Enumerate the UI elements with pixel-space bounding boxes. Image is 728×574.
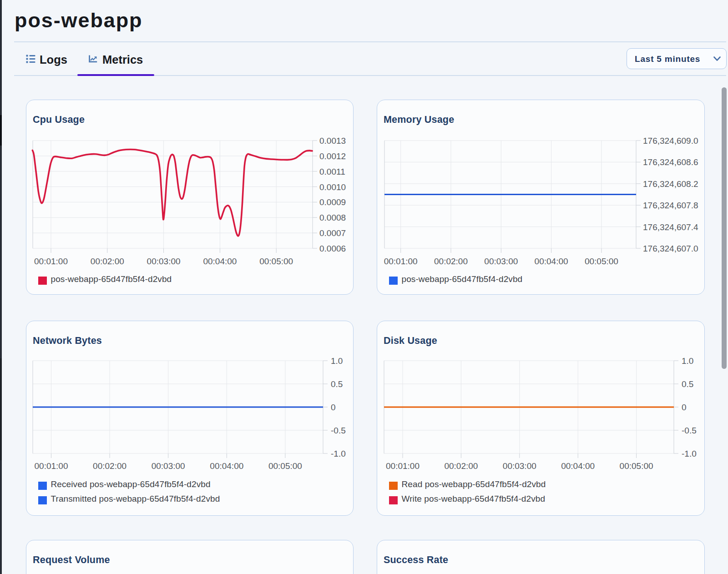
svg-text:176,324,609.0: 176,324,609.0 (643, 136, 698, 146)
svg-text:0.0013: 0.0013 (319, 136, 346, 146)
svg-text:0.0009: 0.0009 (319, 197, 346, 207)
svg-text:0.0011: 0.0011 (319, 167, 345, 176)
svg-text:00:05:00: 00:05:00 (259, 257, 293, 266)
svg-text:00:03:00: 00:03:00 (484, 257, 518, 266)
svg-text:00:01:00: 00:01:00 (35, 461, 68, 471)
svg-text:-1.0: -1.0 (682, 449, 697, 458)
svg-text:176,324,608.2: 176,324,608.2 (643, 179, 698, 189)
svg-text:0.0008: 0.0008 (319, 213, 346, 222)
svg-text:00:04:00: 00:04:00 (203, 257, 237, 266)
svg-text:176,324,607.8: 176,324,607.8 (643, 201, 698, 210)
svg-text:0: 0 (331, 403, 336, 412)
svg-text:0.0012: 0.0012 (319, 151, 346, 161)
svg-text:00:03:00: 00:03:00 (152, 461, 185, 471)
svg-text:00:02:00: 00:02:00 (444, 461, 478, 471)
svg-text:176,324,608.6: 176,324,608.6 (643, 157, 698, 167)
svg-text:00:05:00: 00:05:00 (268, 461, 302, 471)
svg-text:00:03:00: 00:03:00 (147, 257, 181, 266)
svg-text:0.0010: 0.0010 (319, 182, 346, 192)
svg-text:00:01:00: 00:01:00 (384, 257, 418, 266)
svg-text:0.5: 0.5 (682, 379, 693, 389)
svg-text:-0.5: -0.5 (331, 426, 346, 435)
svg-text:00:02:00: 00:02:00 (91, 257, 124, 266)
svg-text:1.0: 1.0 (682, 356, 693, 366)
svg-text:00:05:00: 00:05:00 (620, 461, 653, 471)
svg-text:0.5: 0.5 (331, 379, 343, 389)
svg-text:-1.0: -1.0 (331, 449, 346, 458)
svg-text:00:04:00: 00:04:00 (561, 461, 595, 471)
svg-text:00:05:00: 00:05:00 (585, 257, 618, 266)
svg-text:00:02:00: 00:02:00 (93, 461, 126, 471)
svg-text:00:02:00: 00:02:00 (434, 257, 468, 266)
svg-text:00:04:00: 00:04:00 (535, 257, 568, 266)
svg-text:0.0006: 0.0006 (319, 244, 346, 253)
svg-text:-0.5: -0.5 (682, 426, 697, 435)
svg-text:00:01:00: 00:01:00 (386, 461, 420, 471)
svg-text:0: 0 (682, 403, 687, 412)
svg-text:176,324,607.4: 176,324,607.4 (643, 222, 698, 232)
svg-text:1.0: 1.0 (331, 356, 343, 366)
svg-text:0.0007: 0.0007 (319, 228, 346, 238)
svg-text:00:01:00: 00:01:00 (34, 257, 68, 266)
svg-text:176,324,607.0: 176,324,607.0 (643, 244, 698, 253)
svg-text:00:03:00: 00:03:00 (503, 461, 536, 471)
svg-text:00:04:00: 00:04:00 (210, 461, 243, 471)
